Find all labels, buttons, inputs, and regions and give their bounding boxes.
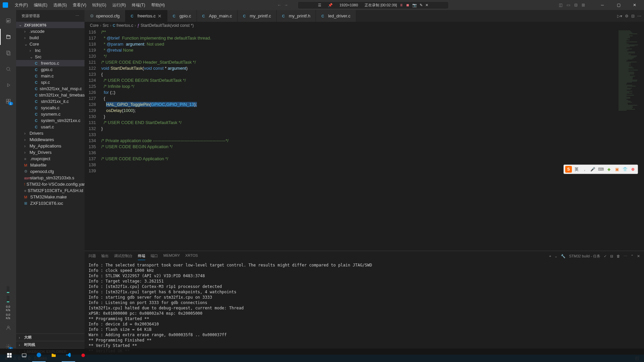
- activity-extensions-icon[interactable]: 1: [0, 93, 16, 109]
- layout-customize-icon[interactable]: ⊞: [582, 3, 585, 7]
- taskview-button[interactable]: [17, 349, 31, 362]
- activity-debug-icon[interactable]: [0, 77, 16, 93]
- tab-gear-icon[interactable]: ⚙: [625, 14, 629, 18]
- nav-back-icon[interactable]: ←: [277, 3, 281, 7]
- menu-item[interactable]: 运行(R): [110, 1, 129, 9]
- tree-file[interactable]: MMakefile: [16, 162, 85, 168]
- pause-icon[interactable]: ⏸: [399, 3, 403, 7]
- tree-file[interactable]: asmstartup_stm32f103xb.s: [16, 175, 85, 181]
- ime-tool3-icon[interactable]: ⊕: [630, 166, 636, 173]
- terminal-split-dropdown-icon[interactable]: ⌄: [554, 254, 557, 258]
- tree-file[interactable]: Cspi.c: [16, 79, 85, 85]
- layout-panel-icon[interactable]: ◫: [559, 3, 562, 7]
- activity-explorer-icon[interactable]: [0, 29, 16, 45]
- menu-item[interactable]: 编辑(E): [31, 1, 50, 9]
- ime-punct-icon[interactable]: ，: [581, 166, 588, 173]
- terminal-maximize-icon[interactable]: ⌃: [631, 254, 634, 258]
- tree-folder[interactable]: ⌄Src: [16, 54, 85, 60]
- camera-icon[interactable]: 📷: [412, 3, 417, 7]
- vscode-button[interactable]: [62, 349, 75, 362]
- ime-keyboard-icon[interactable]: ⌨: [597, 166, 604, 173]
- terminal-more-icon[interactable]: ⋯: [624, 254, 627, 258]
- ime-mic-icon[interactable]: 🎤: [589, 166, 596, 173]
- tree-file[interactable]: Cfreertos.c: [16, 60, 85, 66]
- activity-account-icon[interactable]: [0, 320, 16, 336]
- breadcrumb[interactable]: Core›Src›C freertos.c›ƒ StartDefaultTask…: [85, 22, 644, 29]
- ime-tool2-icon[interactable]: ▣: [613, 166, 620, 173]
- editor-tab[interactable]: Cmy_printf.c: [237, 10, 277, 22]
- ime-toolbar[interactable]: S 英 ， 🎤 ⌨ ◆ ▣ 👕 ⊕: [564, 165, 638, 174]
- tree-file[interactable]: Csysmem.c: [16, 111, 85, 117]
- panel-tab[interactable]: 输出: [101, 252, 109, 260]
- editor-tab[interactable]: Cled_driver.c: [316, 10, 356, 22]
- layout-panel2-icon[interactable]: ⊟: [574, 3, 578, 7]
- maximize-button[interactable]: ▢: [612, 1, 625, 9]
- tree-file[interactable]: Cgpio.c: [16, 66, 85, 73]
- tree-folder[interactable]: ⌄Core: [16, 41, 85, 47]
- tree-folder[interactable]: ›.vscode: [16, 28, 85, 35]
- command-center[interactable]: ☰ 📌 644×362 正在录制 [00:02:39] ⏸ ⏹ 📷 ✎ ✕: [298, 1, 449, 9]
- nav-forward-icon[interactable]: →: [284, 3, 288, 7]
- breadcrumb-item[interactable]: Src: [103, 23, 109, 28]
- menu-item[interactable]: 文件(F): [12, 1, 31, 9]
- sidebar-section[interactable]: ›时间线: [16, 341, 85, 348]
- menu-item[interactable]: 查看(V): [70, 1, 89, 9]
- tree-file[interactable]: Csystem_stm32f1xx.c: [16, 117, 85, 124]
- editor-tab[interactable]: Cmy_printf.h: [277, 10, 316, 22]
- activity-st-icon[interactable]: ST: [0, 13, 16, 29]
- tree-file[interactable]: ⊞ZXF103C8T6.ioc: [16, 200, 85, 206]
- ime-logo-icon[interactable]: S: [565, 166, 572, 173]
- tree-folder[interactable]: ›My_Applications: [16, 143, 85, 149]
- split-editor-icon[interactable]: ⊟: [631, 14, 635, 18]
- breadcrumb-item[interactable]: C freertos.c: [113, 23, 133, 28]
- panel-tab[interactable]: 端口: [151, 252, 158, 260]
- tree-file[interactable]: !STM32-for-VSCode.config.yaml: [16, 181, 85, 187]
- terminal-new-icon[interactable]: +: [549, 254, 551, 258]
- tree-file[interactable]: Cusart.c: [16, 124, 85, 130]
- tree-file[interactable]: Cstm32f1xx_it.c: [16, 98, 85, 105]
- terminal-split-icon[interactable]: ⊟: [610, 254, 613, 258]
- record-button[interactable]: [76, 349, 90, 362]
- editor-tab[interactable]: CApp_main.c: [197, 10, 238, 22]
- tree-file[interactable]: ≡.mxproject: [16, 156, 85, 162]
- tree-file[interactable]: Cstm32f1xx_hal_timebase_tim.c: [16, 92, 85, 98]
- terminal-trash-icon[interactable]: 🗑: [616, 254, 620, 258]
- ime-skin-icon[interactable]: 👕: [622, 166, 628, 173]
- menu-item[interactable]: 终端(T): [129, 1, 148, 9]
- terminal-build-icon[interactable]: 🔧: [561, 254, 566, 258]
- tree-file[interactable]: MSTM32Make.make: [16, 194, 85, 200]
- panel-tab[interactable]: MEMORY: [163, 252, 180, 260]
- file-explorer-button[interactable]: [47, 349, 60, 362]
- editor-tab[interactable]: Cgpio.c: [167, 10, 197, 22]
- panel-tab[interactable]: 调试控制台: [114, 252, 132, 260]
- breadcrumb-item[interactable]: ƒ StartDefaultTask(void const *): [137, 23, 194, 28]
- minimize-button[interactable]: ─: [596, 1, 609, 9]
- run-icon[interactable]: ▷▾: [617, 14, 622, 18]
- stop-icon[interactable]: ⏹: [406, 3, 410, 7]
- tree-folder[interactable]: ›Inc: [16, 47, 85, 54]
- layout-sidebar-icon[interactable]: ▭: [567, 3, 570, 7]
- sidebar-more-icon[interactable]: ⋯: [75, 14, 79, 18]
- close-button[interactable]: ✕: [628, 1, 641, 9]
- terminal-check-icon[interactable]: ✓: [604, 254, 607, 258]
- tree-file[interactable]: Cmain.c: [16, 73, 85, 79]
- activity-search-icon[interactable]: [0, 61, 16, 77]
- panel-tab[interactable]: 终端: [138, 252, 145, 260]
- minimap[interactable]: [617, 29, 644, 251]
- project-header[interactable]: ⌄ ZXF103C8T6: [16, 22, 85, 28]
- code-editor[interactable]: 1161171181191201211221231241251261271281…: [85, 29, 617, 251]
- edge-button[interactable]: [32, 349, 46, 362]
- tree-folder[interactable]: ›build: [16, 35, 85, 41]
- menu-item[interactable]: 选择(S): [51, 1, 69, 9]
- tree-file[interactable]: Cstm32f1xx_hal_msp.c: [16, 85, 85, 92]
- activity-explorer2-icon[interactable]: [0, 45, 16, 61]
- breadcrumb-item[interactable]: Core: [90, 23, 99, 28]
- menu-item[interactable]: 帮助(H): [149, 1, 168, 9]
- panel-tab[interactable]: 问题: [89, 252, 96, 260]
- tree-file[interactable]: ≡STM32F103C8Tx_FLASH.ld: [16, 187, 85, 194]
- ime-lang[interactable]: 英: [573, 166, 580, 173]
- ime-tool1-icon[interactable]: ◆: [605, 166, 612, 173]
- panel-tab[interactable]: XRTOS: [185, 252, 198, 260]
- tree-folder[interactable]: ›Drivers: [16, 130, 85, 136]
- sidebar-section[interactable]: ›大纲: [16, 334, 85, 341]
